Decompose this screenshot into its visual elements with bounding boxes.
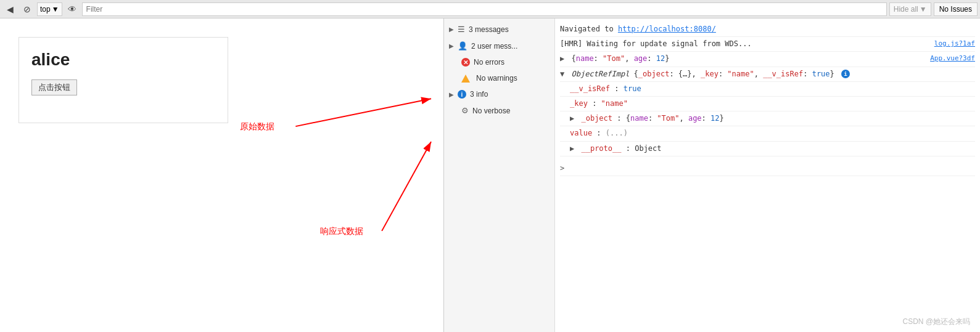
console-line-value: value : (...) <box>560 126 975 141</box>
sidebar-item-verbose[interactable]: ⚙ No verbose <box>444 102 554 119</box>
no-issues-badge: No Issues <box>934 2 978 16</box>
click-button[interactable]: 点击按钮 <box>31 79 77 95</box>
objectref-content: ▼ ObjectRefImpl {_object: {…}, _key: "na… <box>560 68 975 80</box>
verbose-label: No verbose <box>472 107 510 115</box>
console-sidebar: ▶ ☰ 3 messages ▶ 👤 2 user mess... ✕ No e… <box>444 18 555 332</box>
error-icon: ✕ <box>461 58 470 67</box>
proto-content: ▶ __proto__ : Object <box>570 143 975 155</box>
hmr-content: [HMR] Waiting for update signal from WDS… <box>560 38 929 50</box>
key-name: _key <box>570 99 588 108</box>
user-messages-label: 2 user mess... <box>471 42 517 51</box>
sidebar-item-errors[interactable]: ✕ No errors <box>444 54 554 70</box>
svg-line-1 <box>295 99 431 126</box>
devtools-toolbar: ◀ ⊘ top ▼ 👁 Hide all ▼ No Issues <box>0 0 980 18</box>
info-icon: i <box>458 90 466 99</box>
console-line-proto: ▶ __proto__ : Object <box>560 142 975 156</box>
console-line-objectref: ▼ ObjectRefImpl {_object: {…}, _key: "na… <box>560 67 975 82</box>
browser-preview: alice 点击按钮 <box>19 37 228 123</box>
no-issues-label: No Issues <box>939 5 972 14</box>
hmr-text: [HMR] Waiting for update signal from WDS… <box>560 39 752 48</box>
svg-text:原始数据: 原始数据 <box>240 121 274 131</box>
console-line-object2: ▶ _object : {name: "Tom", age: 12} <box>560 111 975 126</box>
object-source[interactable]: App.vue?3df <box>930 53 975 64</box>
key-content: _key : "name" <box>570 98 975 110</box>
key-colon: : <box>592 99 601 108</box>
objectref-expand[interactable]: ▼ <box>560 70 564 78</box>
console-line-key: _key : "name" <box>560 97 975 111</box>
hide-all-button[interactable]: Hide all ▼ <box>889 2 931 16</box>
warnings-label: No warnings <box>476 74 517 83</box>
prompt-symbol: > <box>560 164 564 172</box>
user-icon: 👤 <box>458 41 467 51</box>
visref-value: true <box>624 84 641 93</box>
gear-icon: ⚙ <box>461 106 469 115</box>
csdn-watermark: CSDN @她还会来吗 <box>902 317 970 327</box>
value-content: value : (...) <box>570 128 975 139</box>
list-icon: ☰ <box>458 25 465 34</box>
console-line-hmr: [HMR] Waiting for update signal from WDS… <box>560 37 975 52</box>
console-prompt-line: > <box>560 161 975 176</box>
context-arrow: ▼ <box>52 5 59 14</box>
sidebar-item-warnings[interactable]: No warnings <box>444 70 554 86</box>
warning-icon <box>461 75 470 83</box>
visref-content: __v_isRef : true <box>570 83 975 95</box>
objectref-info-icon: i <box>841 70 850 78</box>
filter-input[interactable] <box>82 2 887 16</box>
object2-value: {name: "Tom", age: 12} <box>626 114 724 123</box>
navigated-text: Navigated to <box>560 25 618 33</box>
info-label: 3 info <box>470 90 488 99</box>
value-getter: (...) <box>606 129 628 137</box>
console-line-visref: __v_isRef : true <box>560 82 975 97</box>
prompt-content: > <box>560 163 975 174</box>
object2-key: _object <box>581 114 612 123</box>
object-text: {name: "Tom", age: 12} <box>571 54 669 63</box>
context-label: top <box>40 5 51 14</box>
object-content: ▶ {name: "Tom", age: 12} <box>560 53 925 65</box>
eye-button[interactable]: 👁 <box>65 2 80 16</box>
expand-arrow-messages: ▶ <box>449 26 454 33</box>
browser-panel: alice 点击按钮 原始数据 响应式数据 <box>0 18 444 332</box>
expand-arrow-info: ▶ <box>449 91 454 98</box>
object2-expand[interactable]: ▶ <box>570 114 574 123</box>
value-key: value <box>570 129 592 137</box>
hide-all-label: Hide all <box>894 5 918 14</box>
hide-all-arrow: ▼ <box>920 5 927 14</box>
svg-line-3 <box>382 142 431 231</box>
object-expand[interactable]: ▶ <box>560 54 564 63</box>
visref-key: __v_isRef <box>570 84 610 93</box>
svg-text:响应式数据: 响应式数据 <box>320 226 363 236</box>
console-output: Navigated to http://localhost:8080/ [HMR… <box>555 18 980 332</box>
console-line-object: ▶ {name: "Tom", age: 12} App.vue?3df <box>560 52 975 67</box>
main-content: alice 点击按钮 原始数据 响应式数据 ▶ ☰ <box>0 18 980 332</box>
object2-content: ▶ _object : {name: "Tom", age: 12} <box>570 113 975 124</box>
value-colon: : <box>596 129 605 137</box>
localhost-link[interactable]: http://localhost:8080/ <box>618 25 716 33</box>
expand-arrow-user: ▶ <box>449 43 454 49</box>
proto-colon: : <box>626 144 635 153</box>
console-line-navigated: Navigated to http://localhost:8080/ <box>560 22 975 37</box>
visref-colon: : <box>614 84 623 93</box>
devtools-wrapper: ▶ ☰ 3 messages ▶ 👤 2 user mess... ✕ No e… <box>444 18 980 332</box>
sidebar-item-user-messages[interactable]: ▶ 👤 2 user mess... <box>444 38 554 54</box>
context-selector[interactable]: top ▼ <box>37 2 62 16</box>
errors-label: No errors <box>474 58 504 67</box>
messages-label: 3 messages <box>469 25 509 34</box>
navigated-content: Navigated to http://localhost:8080/ <box>560 23 975 35</box>
app-title: alice <box>31 50 215 70</box>
proto-value: Object <box>635 144 661 153</box>
proto-key: __proto__ <box>581 144 621 153</box>
hmr-source[interactable]: log.js?1af <box>934 38 975 49</box>
proto-expand[interactable]: ▶ <box>570 144 574 153</box>
key-value: "name" <box>601 99 628 108</box>
sidebar-item-messages[interactable]: ▶ ☰ 3 messages <box>444 21 554 38</box>
sidebar-item-info[interactable]: ▶ i 3 info <box>444 86 554 102</box>
objectref-text: ObjectRefImpl {_object: {…}, _key: "name… <box>571 70 834 78</box>
block-button[interactable]: ⊘ <box>20 2 35 16</box>
back-button[interactable]: ◀ <box>2 2 17 16</box>
object2-colon: : <box>617 114 625 123</box>
